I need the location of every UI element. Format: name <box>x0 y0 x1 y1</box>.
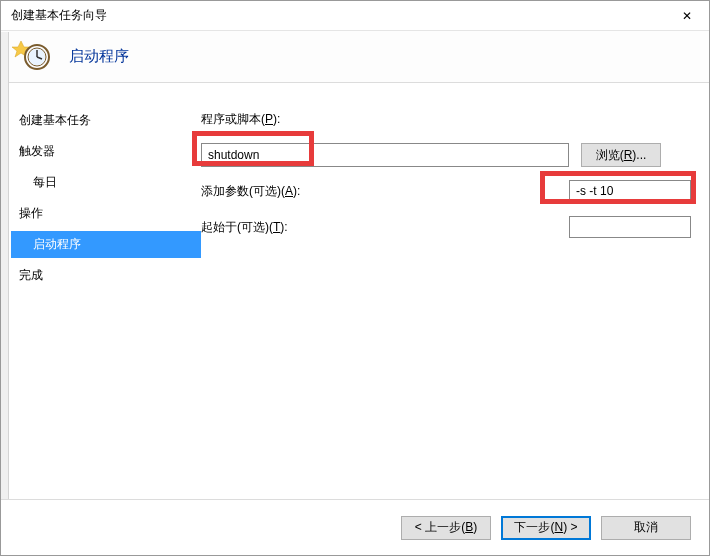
window-title: 创建基本任务向导 <box>11 7 107 24</box>
sidebar-item-start-program[interactable]: 启动程序 <box>11 231 201 258</box>
close-button[interactable]: ✕ <box>665 1 709 31</box>
startin-label: 起始于(可选)(T): <box>201 219 288 236</box>
main-area: 创建基本任务 触发器 每日 操作 启动程序 完成 程序或脚本(P): 浏览(R)… <box>1 83 709 501</box>
args-row: 添加参数(可选)(A): <box>201 179 691 203</box>
wizard-icon <box>9 41 53 73</box>
sidebar-item-daily[interactable]: 每日 <box>11 169 201 196</box>
browse-button[interactable]: 浏览(R)... <box>581 143 661 167</box>
args-label: 添加参数(可选)(A): <box>201 183 300 200</box>
titlebar: 创建基本任务向导 ✕ <box>1 1 709 31</box>
page-title: 启动程序 <box>69 47 129 66</box>
sidebar-item-trigger[interactable]: 触发器 <box>11 138 201 165</box>
cancel-button[interactable]: 取消 <box>601 516 691 540</box>
back-button[interactable]: < 上一步(B) <box>401 516 491 540</box>
sidebar-item-finish[interactable]: 完成 <box>11 262 201 289</box>
program-input-row: 浏览(R)... <box>201 143 691 167</box>
args-input[interactable] <box>569 180 691 202</box>
wizard-header: 启动程序 <box>1 31 709 83</box>
wizard-steps-sidebar: 创建基本任务 触发器 每日 操作 启动程序 完成 <box>1 83 201 501</box>
startin-row: 起始于(可选)(T): <box>201 215 691 239</box>
next-button[interactable]: 下一步(N) > <box>501 516 591 540</box>
close-icon: ✕ <box>682 9 692 23</box>
sidebar-item-create-basic-task[interactable]: 创建基本任务 <box>11 107 201 134</box>
program-label: 程序或脚本(P): <box>201 111 317 128</box>
program-input[interactable] <box>201 143 569 167</box>
sidebar-item-action[interactable]: 操作 <box>11 200 201 227</box>
wizard-footer: < 上一步(B) 下一步(N) > 取消 <box>1 499 709 555</box>
background-edge <box>1 32 9 555</box>
startin-input[interactable] <box>569 216 691 238</box>
form-content: 程序或脚本(P): 浏览(R)... 添加参数(可选)(A): 起始于(可选)(… <box>201 83 709 501</box>
program-label-row: 程序或脚本(P): <box>201 107 691 131</box>
